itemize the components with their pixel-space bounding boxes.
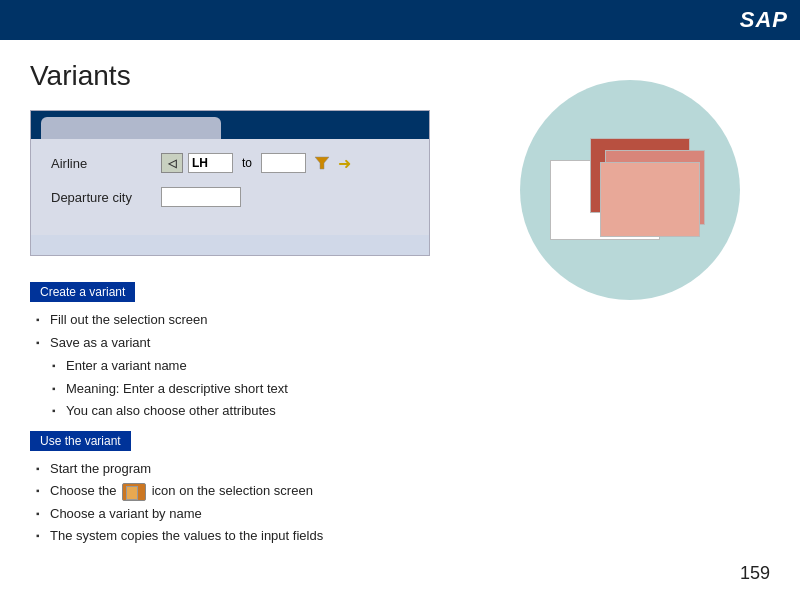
bullets-area: Create a variant Fill out the selection … <box>30 276 770 546</box>
airline-to-input[interactable] <box>261 153 306 173</box>
create-badge: Create a variant <box>30 282 135 302</box>
card-stack <box>550 130 710 250</box>
departure-row: Departure city <box>51 187 409 207</box>
use-badge: Use the variant <box>30 431 131 451</box>
list-item: Meaning: Enter a descriptive short text <box>30 379 770 399</box>
form-area: Airline ◁ LH to <box>31 139 429 235</box>
svg-marker-0 <box>315 157 329 169</box>
list-item: You can also choose other attributes <box>30 401 770 421</box>
list-item: Choose the icon on the selection screen <box>30 481 770 501</box>
airline-select-btn[interactable]: ◁ <box>161 153 183 173</box>
variant-icon <box>122 483 146 501</box>
airline-from-value: LH <box>192 156 208 170</box>
airline-input-group: ◁ LH to ➜ <box>161 153 351 173</box>
create-sub-bullet-list: Enter a variant name Meaning: Enter a de… <box>30 356 770 421</box>
create-bullet-list: Fill out the selection screen Save as a … <box>30 310 770 352</box>
filter-icon[interactable] <box>311 153 333 173</box>
tab-shape <box>41 117 221 139</box>
use-bullet-list: Start the program Choose the icon on the… <box>30 459 770 546</box>
departure-label: Departure city <box>51 190 161 205</box>
selection-screen: Airline ◁ LH to <box>30 110 430 256</box>
to-label: to <box>242 156 252 170</box>
sap-logo: SAP <box>740 7 788 33</box>
top-bar: SAP <box>0 0 800 40</box>
airline-from-input[interactable]: LH <box>188 153 233 173</box>
select-icon: ◁ <box>168 157 176 170</box>
list-item: Save as a variant <box>30 333 770 353</box>
list-item: Start the program <box>30 459 770 479</box>
page-content: Variants Airline ◁ LH to <box>0 40 800 570</box>
screen-header-bar <box>31 111 429 139</box>
departure-input[interactable] <box>161 187 241 207</box>
list-item: Fill out the selection screen <box>30 310 770 330</box>
arrow-icon: ➜ <box>338 154 351 173</box>
list-item: The system copies the values to the inpu… <box>30 526 770 546</box>
page-number: 159 <box>740 563 770 584</box>
airline-label: Airline <box>51 156 161 171</box>
list-item: Choose a variant by name <box>30 504 770 524</box>
card-salmon <box>600 162 700 237</box>
list-item: Enter a variant name <box>30 356 770 376</box>
illustration <box>520 80 740 300</box>
circle-background <box>520 80 740 300</box>
airline-row: Airline ◁ LH to <box>51 153 409 173</box>
